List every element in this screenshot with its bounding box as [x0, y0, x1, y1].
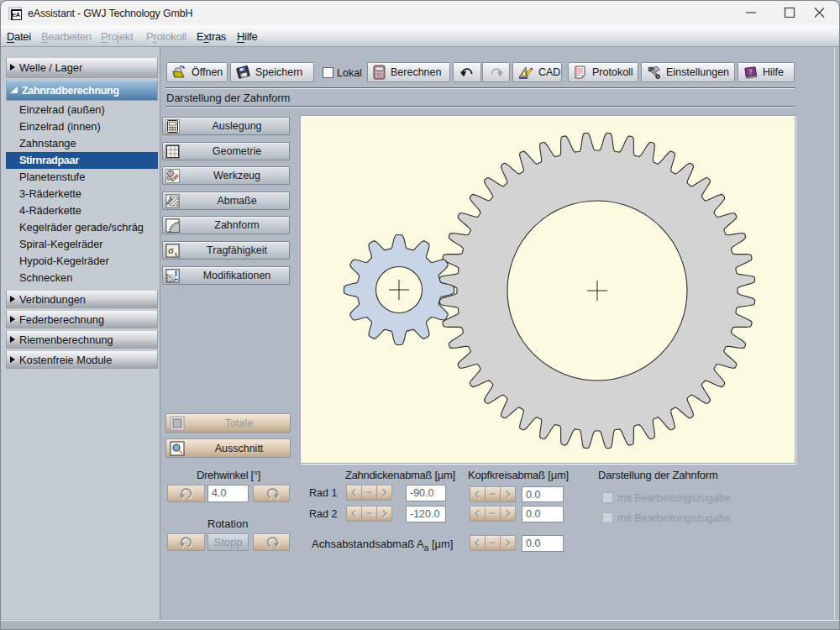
svg-text:x: x: [174, 250, 177, 258]
svg-text:σ: σ: [168, 244, 174, 256]
